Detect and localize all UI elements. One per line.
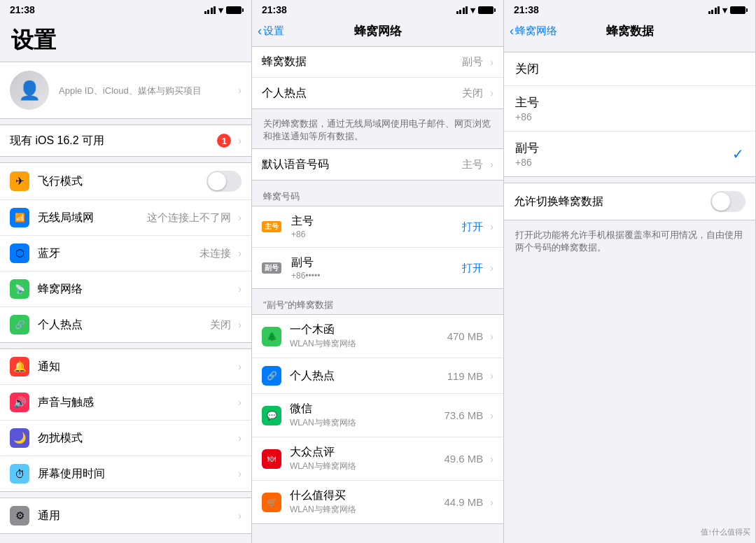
dnd-row[interactable]: 🌙 勿扰模式 › <box>0 421 251 456</box>
app-row-4[interactable]: 🛒 什么值得买 WLAN与蜂窝网络 44.9 MB › <box>252 481 503 523</box>
profile-chevron: › <box>238 85 241 96</box>
bluetooth-right: 未连接 › <box>200 247 241 260</box>
airplane-toggle[interactable] <box>206 171 241 192</box>
option-primary-sub: +86 <box>515 111 744 122</box>
nav-back-3[interactable]: ‹ 蜂窝网络 <box>510 24 557 38</box>
option-secondary-content: 副号 +86 <box>515 140 732 168</box>
default-voice-label: 默认语音号码 <box>262 157 462 172</box>
cellular-icon: 📡 <box>10 279 29 299</box>
app-label-3: 大众点评 <box>290 445 444 460</box>
app-label-2: 微信 <box>290 402 444 416</box>
app-content-2: 微信 WLAN与蜂窝网络 <box>290 402 444 429</box>
app-row-1[interactable]: 🔗 个人热点 119 MB › <box>252 358 503 394</box>
notifications-content: 通知 <box>38 360 238 374</box>
nav-back-label-2: 设置 <box>263 24 284 38</box>
panel-cellular-data: 21:38 ▾ ‹ 蜂窝网络 蜂窝数据 关闭 <box>504 0 756 543</box>
update-right: 1 › <box>217 134 241 148</box>
battery-icon-3 <box>730 6 746 14</box>
cellular-row[interactable]: 📡 蜂窝网络 › <box>0 272 251 307</box>
wifi-label: 无线局域网 <box>38 211 147 225</box>
hotspot-label: 个人热点 <box>38 318 210 332</box>
option-off-label: 关闭 <box>515 61 744 77</box>
allow-switch-row[interactable]: 允许切换蜂窝数据 <box>504 183 755 220</box>
app-content-0: 一个木函 WLAN与蜂窝网络 <box>290 323 447 350</box>
signal-icon-1 <box>204 6 216 14</box>
app-right-3: 49.6 MB › <box>444 453 493 465</box>
cellular-content: 蜂窝网络 <box>38 282 238 297</box>
wifi-content: 无线局域网 <box>38 211 147 225</box>
hotspot-chevron: › <box>238 319 241 330</box>
primary-sim-right: 打开 › <box>462 220 493 234</box>
app-content-4: 什么值得买 WLAN与蜂窝网络 <box>290 488 444 516</box>
nav-back-label-3: 蜂窝网络 <box>515 24 557 38</box>
option-off-row[interactable]: 关闭 <box>504 52 755 86</box>
screentime-chevron: › <box>238 468 241 479</box>
hotspot-icon: 🔗 <box>10 315 29 334</box>
secondary-sim-row[interactable]: 副号 副号 +86••••• 打开 › <box>252 248 503 288</box>
allow-switch-toggle[interactable] <box>710 191 746 212</box>
option-secondary-row[interactable]: 副号 +86 ✓ <box>504 132 755 176</box>
watermark-text: 值↑什么值得买 <box>701 527 751 537</box>
personal-hotspot-row[interactable]: 个人热点 关闭 › <box>252 78 503 108</box>
airplane-row[interactable]: ✈ 飞行模式 <box>0 163 251 200</box>
update-row[interactable]: 现有 iOS 16.2 可用 1 › <box>0 125 251 156</box>
screentime-row[interactable]: ⏱ 屏幕使用时间 › <box>0 456 251 491</box>
personal-hotspot-content: 个人热点 <box>262 86 462 101</box>
nav-title-3: 蜂窝数据 <box>606 23 654 39</box>
app-chevron-2: › <box>490 410 493 421</box>
general-row[interactable]: ⚙ 通用 › <box>0 498 251 533</box>
nav-back-2[interactable]: ‹ 设置 <box>258 24 284 38</box>
hotspot-right: 关闭 › <box>210 318 241 332</box>
bluetooth-value: 未连接 <box>200 247 231 260</box>
profile-row[interactable]: 👤 Apple ID、iCloud、媒体与购买项目 › <box>0 62 251 119</box>
general-group: ⚙ 通用 › <box>0 498 251 534</box>
app-icon-0: 🌲 <box>262 327 281 346</box>
primary-sim-label: 主号 <box>291 214 462 229</box>
primary-sim-value: 打开 <box>462 220 483 234</box>
primary-sim-row[interactable]: 主号 主号 +86 打开 › <box>252 206 503 248</box>
primary-sim-chevron: › <box>490 221 493 232</box>
sounds-chevron: › <box>238 397 241 408</box>
primary-sim-badge: 主号 <box>262 221 281 232</box>
app-row-3[interactable]: 🍽 大众点评 WLAN与蜂窝网络 49.6 MB › <box>252 437 503 481</box>
connectivity-group: ✈ 飞行模式 📶 无线局域网 这个连接上不了网 › <box>0 162 251 343</box>
hotspot-row[interactable]: 🔗 个人热点 关闭 › <box>0 307 251 342</box>
signal-icon-3 <box>708 6 720 14</box>
option-off-content: 关闭 <box>515 61 744 77</box>
sounds-row[interactable]: 🔊 声音与触感 › <box>0 385 251 421</box>
option-primary-row[interactable]: 主号 +86 <box>504 86 755 132</box>
wifi-row[interactable]: 📶 无线局域网 这个连接上不了网 › <box>0 200 251 236</box>
status-bar-3: 21:38 ▾ <box>504 0 755 18</box>
app-right-1: 119 MB › <box>447 370 493 382</box>
cellular-right: › <box>238 283 241 295</box>
cellular-chevron: › <box>238 283 241 295</box>
battery-icon-2 <box>478 6 493 14</box>
panel3-scroll: 关闭 主号 +86 副号 +86 ✓ <box>504 46 755 543</box>
hotspot-value: 关闭 <box>210 318 231 332</box>
default-voice-value: 主号 <box>462 158 483 171</box>
app-row-2[interactable]: 💬 微信 WLAN与蜂窝网络 73.6 MB › <box>252 394 503 437</box>
bluetooth-row[interactable]: ⬡ 蓝牙 未连接 › <box>0 236 251 272</box>
update-group: 现有 iOS 16.2 可用 1 › <box>0 125 251 157</box>
secondary-sim-content: 副号 +86••••• <box>291 255 462 281</box>
battery-icon-1 <box>226 6 241 14</box>
default-voice-row[interactable]: 默认语音号码 主号 › <box>252 149 503 180</box>
update-badge: 1 <box>217 134 231 148</box>
cellular-data-row[interactable]: 蜂窝数据 副号 › <box>252 47 503 78</box>
status-bar-2: 21:38 ▾ <box>252 0 503 18</box>
app-chevron-4: › <box>490 497 493 508</box>
update-chevron: › <box>238 135 241 146</box>
app-icon-1: 🔗 <box>262 366 281 386</box>
airplane-content: 飞行模式 <box>38 174 206 189</box>
option-primary-label: 主号 <box>515 94 744 111</box>
notifications-row[interactable]: 🔔 通知 › <box>0 349 251 385</box>
airplane-toggle-thumb <box>208 172 226 190</box>
app-right-4: 44.9 MB › <box>444 496 493 508</box>
app-value-3: 49.6 MB <box>444 453 483 465</box>
allow-switch-label: 允许切换蜂窝数据 <box>514 195 710 209</box>
general-label: 通用 <box>38 509 238 523</box>
cellular-data-content: 蜂窝数据 <box>262 55 462 69</box>
screentime-content: 屏幕使用时间 <box>38 467 238 481</box>
default-voice-chevron: › <box>490 159 493 170</box>
app-row-0[interactable]: 🌲 一个木函 WLAN与蜂窝网络 470 MB › <box>252 315 503 358</box>
